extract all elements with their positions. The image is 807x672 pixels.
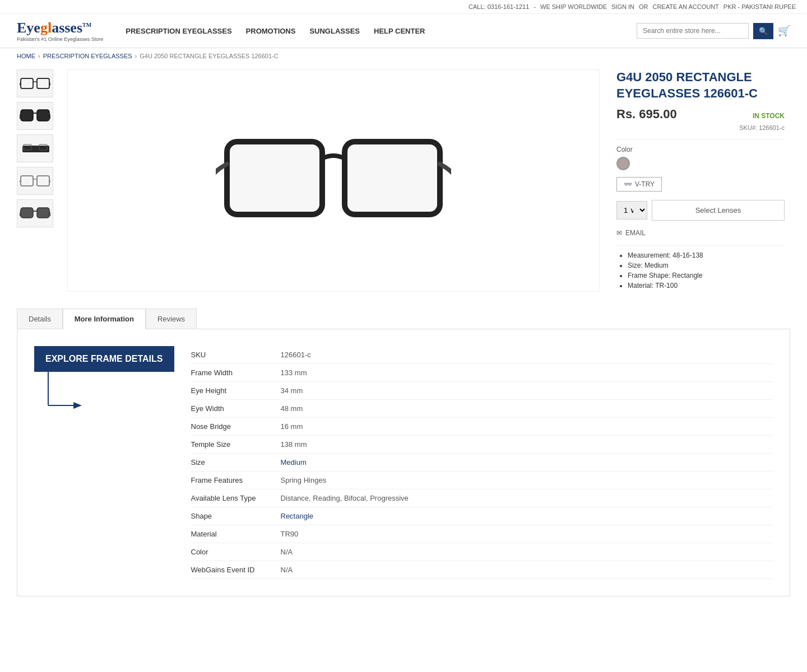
product-svg xyxy=(216,108,451,254)
product-layout: G4U 2050 RECTANGLE EYEGLASSES 126601-C R… xyxy=(0,64,807,303)
tab-details[interactable]: Details xyxy=(17,309,63,329)
action-row: 1 ∨ 2 3 Select Lenses xyxy=(616,200,785,221)
logo-subtitle: Pakistan's #1 Online Eyeglasses Store xyxy=(17,36,103,42)
nav-sunglasses[interactable]: SUNGLASSES xyxy=(309,27,360,35)
detail-label: Frame Features xyxy=(191,476,281,484)
sku-value: 126601-c xyxy=(759,124,785,131)
nav-prescription[interactable]: PRESCRIPTION EYEGLASSES xyxy=(126,27,231,35)
detail-label: Available Lens Type xyxy=(191,494,281,502)
explore-arrow-svg xyxy=(40,372,85,417)
main-nav: PRESCRIPTION EYEGLASSES PROMOTIONS SUNGL… xyxy=(126,27,425,35)
svg-rect-0 xyxy=(21,78,33,88)
detail-label: Size xyxy=(191,458,281,466)
detail-label: Eye Width xyxy=(191,404,281,413)
detail-row: Frame FeaturesSpring Hinges xyxy=(191,472,773,489)
detail-label: Shape xyxy=(191,512,281,520)
thumbnails xyxy=(17,69,56,292)
logo[interactable]: EyeglassesTM Pakistan's #1 Online Eyegla… xyxy=(17,20,103,42)
svg-rect-10 xyxy=(22,146,49,152)
svg-rect-6 xyxy=(37,110,49,121)
thumb-3[interactable] xyxy=(17,134,53,162)
breadcrumb-prescription[interactable]: PRESCRIPTION EYEGLASSES xyxy=(43,53,132,59)
explore-frame: EXPLORE FRAME DETAILS SKU126601-cFrame W… xyxy=(34,346,773,579)
detail-row: Available Lens TypeDistance, Reading, Bi… xyxy=(191,489,773,507)
svg-rect-5 xyxy=(21,110,33,121)
logo-text: Eyeglasses xyxy=(17,20,82,36)
explore-left: EXPLORE FRAME DETAILS xyxy=(34,346,174,579)
thumb-4[interactable] xyxy=(17,167,53,195)
nav-promotions[interactable]: PROMOTIONS xyxy=(246,27,296,35)
svg-rect-25 xyxy=(230,144,319,212)
logo-tm: TM xyxy=(82,22,91,28)
detail-label: Nose Bridge xyxy=(191,422,281,431)
thumb-img-2 xyxy=(20,106,50,126)
breadcrumb: HOME › PRESCRIPTION EYEGLASSES › G4U 205… xyxy=(0,48,807,64)
detail-row: Frame Width133 mm xyxy=(191,364,773,382)
detail-label: WebGains Event ID xyxy=(191,566,281,574)
detail-row: MaterialTR90 xyxy=(191,525,773,543)
product-price: Rs. 695.00 xyxy=(616,107,677,122)
color-swatch[interactable] xyxy=(616,157,630,170)
detail-row: Eye Width48 mm xyxy=(191,400,773,418)
search-area: 🔍 🛒 xyxy=(637,23,790,39)
vtry-label: V-TRY xyxy=(635,180,655,188)
vtry-icon: 👓 xyxy=(624,180,632,188)
currency-select[interactable]: PKR - PAKISTANI RUPEE xyxy=(723,3,796,10)
tabs: Details More Information Reviews xyxy=(17,309,790,329)
detail-value: TR90 xyxy=(281,530,299,538)
detail-label: SKU xyxy=(191,351,281,359)
detail-label: Color xyxy=(191,548,281,556)
spec-item: Material: TR-100 xyxy=(628,282,785,290)
specs-list: Measurement: 48-16-138Size: MediumFrame … xyxy=(616,251,785,290)
svg-rect-14 xyxy=(37,176,49,186)
select-lenses-button[interactable]: Select Lenses xyxy=(652,200,785,221)
email-row[interactable]: ✉ EMAIL xyxy=(616,229,785,237)
detail-value: 138 mm xyxy=(281,440,307,449)
svg-rect-13 xyxy=(21,176,33,186)
thumb-5[interactable] xyxy=(17,199,53,227)
detail-value: 16 mm xyxy=(281,422,303,431)
thumb-1[interactable] xyxy=(17,69,53,97)
explore-arrow-area xyxy=(34,372,85,418)
detail-row: SKU126601-c xyxy=(191,346,773,364)
product-specs: Measurement: 48-16-138Size: MediumFrame … xyxy=(616,251,785,290)
breadcrumb-current: G4U 2050 RECTANGLE EYEGLASSES 126601-C xyxy=(140,53,278,59)
header: EyeglassesTM Pakistan's #1 Online Eyegla… xyxy=(0,14,807,48)
top-bar: CALL: 0316-161-1211 - WE SHIP WORLDWIDE … xyxy=(0,0,807,14)
thumb-img-4 xyxy=(20,171,50,191)
detail-value[interactable]: Rectangle xyxy=(281,512,314,520)
detail-row: Nose Bridge16 mm xyxy=(191,418,773,436)
create-account-link[interactable]: CREATE AN ACCOUNT xyxy=(652,3,718,10)
svg-rect-18 xyxy=(21,208,33,218)
quantity-select[interactable]: 1 ∨ 2 3 xyxy=(616,201,647,220)
detail-row: Temple Size138 mm xyxy=(191,436,773,454)
email-icon: ✉ xyxy=(616,229,622,237)
search-button[interactable]: 🔍 xyxy=(753,23,773,39)
tab-content: EXPLORE FRAME DETAILS SKU126601-cFrame W… xyxy=(17,329,790,596)
detail-value: 133 mm xyxy=(281,368,307,377)
detail-value: Spring Hinges xyxy=(281,476,327,484)
sign-in-link[interactable]: SIGN IN xyxy=(611,3,634,10)
tab-more-info[interactable]: More Information xyxy=(63,309,146,329)
nav-help[interactable]: HELP CENTER xyxy=(374,27,425,35)
spec-item: Frame Shape: Rectangle xyxy=(628,272,785,279)
tab-reviews[interactable]: Reviews xyxy=(146,309,197,329)
detail-label: Frame Width xyxy=(191,368,281,377)
tabs-section: Details More Information Reviews EXPLORE… xyxy=(0,303,807,596)
separator: - xyxy=(534,3,536,10)
product-info: G4U 2050 RECTANGLE EYEGLASSES 126601-C R… xyxy=(611,69,790,292)
thumb-img-5 xyxy=(20,204,50,223)
email-label: EMAIL xyxy=(625,229,646,237)
cart-icon[interactable]: 🛒 xyxy=(778,25,790,37)
or-text: OR xyxy=(639,3,648,10)
search-input[interactable] xyxy=(637,23,749,39)
svg-rect-1 xyxy=(37,78,49,88)
detail-label: Eye Height xyxy=(191,386,281,395)
thumb-2[interactable] xyxy=(17,102,53,130)
breadcrumb-home[interactable]: HOME xyxy=(17,53,35,59)
detail-row: WebGains Event IDN/A xyxy=(191,561,773,579)
detail-value[interactable]: Medium xyxy=(281,458,307,466)
details-table: SKU126601-cFrame Width133 mmEye Height34… xyxy=(191,346,773,579)
detail-row: Eye Height34 mm xyxy=(191,382,773,400)
vtry-button[interactable]: 👓 V-TRY xyxy=(616,177,662,192)
